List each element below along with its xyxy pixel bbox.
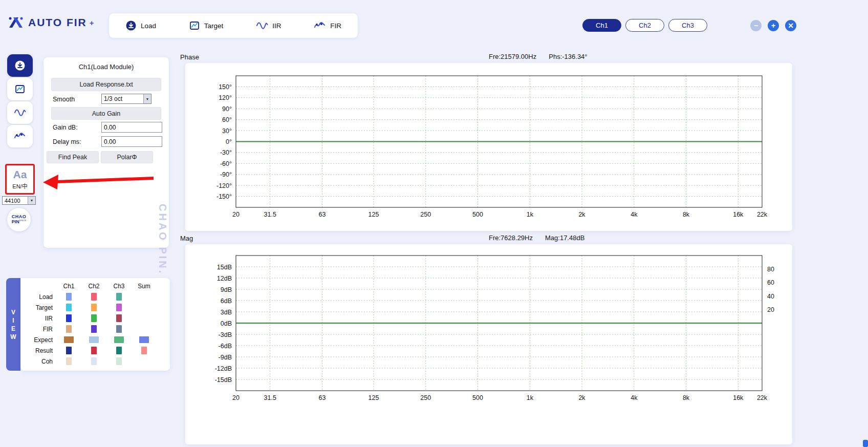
minimize-icon: − — [754, 22, 758, 29]
y-tick-label: 30° — [222, 127, 232, 135]
legend-swatch — [116, 325, 122, 333]
nav-target-button[interactable] — [7, 78, 33, 100]
minimize-button[interactable]: − — [750, 20, 762, 31]
tab-fir-label: FIR — [330, 22, 341, 30]
legend-swatch — [116, 357, 122, 365]
view-letter: V — [11, 309, 15, 316]
tab-load-label: Load — [141, 22, 156, 30]
legend-row-IIR: IIR — [24, 313, 167, 324]
legend-header-row: Ch1Ch2Ch3Sum — [24, 281, 167, 291]
load-response-button[interactable]: Load Response.txt — [51, 78, 161, 91]
add-button[interactable]: + — [768, 20, 779, 31]
tab-iir-label: IIR — [272, 22, 281, 30]
x-tick-label: 63 — [318, 211, 326, 218]
nav-iir-button[interactable] — [7, 101, 33, 124]
phase-readout-freq: Fre:21579.00Hz — [489, 53, 536, 60]
mag-readout-freq: Fre:7628.29Hz — [489, 234, 533, 242]
auto-gain-button[interactable]: Auto Gain — [51, 107, 161, 120]
mag-chart[interactable]: 2031.5631252505001k2k4k8k16k22k15dB12dB9… — [185, 244, 792, 444]
fir-icon — [14, 131, 26, 142]
phase-plot[interactable]: 2031.5631252505001k2k4k8k16k22k150°120°9… — [185, 63, 792, 231]
legend-swatch — [66, 314, 72, 322]
y-tick-label: -120° — [216, 182, 232, 189]
legend-row-Coh: Coh — [24, 356, 167, 367]
nav-load-button[interactable] — [7, 54, 33, 77]
gain-input[interactable] — [101, 122, 162, 133]
tab-target-label: Target — [204, 22, 224, 30]
x-tick-label: 500 — [472, 211, 483, 218]
legend-row-label: Result — [24, 347, 56, 354]
legend-row-label: FIR — [24, 326, 56, 333]
legend-swatch — [116, 347, 122, 354]
legend-swatch — [141, 347, 147, 354]
legend-row-label: IIR — [24, 315, 56, 322]
legend-col-Ch1: Ch1 — [56, 283, 81, 290]
legend-swatch — [66, 325, 72, 333]
gain-label: Gain dB: — [53, 124, 78, 131]
legend-swatch — [64, 336, 74, 343]
logo-mark-icon — [7, 15, 25, 30]
iir-icon — [256, 20, 268, 31]
x-tick-label: 31.5 — [264, 394, 276, 401]
y-tick-label: 90° — [222, 105, 232, 113]
legend-col-Ch2: Ch2 — [81, 283, 106, 290]
badge-line3: SPACE — [19, 219, 26, 222]
view-button[interactable]: VIEW — [6, 278, 20, 371]
target-icon — [189, 20, 200, 31]
legend-swatch — [91, 357, 97, 365]
load-module-panel: Ch1(Load Module) Load Response.txt Smoot… — [44, 57, 169, 248]
add-icon: + — [771, 22, 775, 29]
x-tick-label: 125 — [368, 394, 379, 401]
view-letter: E — [11, 325, 15, 332]
x-tick-label: 125 — [368, 211, 379, 218]
y-tick-label: -90° — [220, 171, 232, 178]
x-tick-label: 1k — [527, 394, 534, 401]
logo-text: AUTO FIR — [28, 16, 87, 29]
logo-plus: + — [90, 18, 94, 27]
y-tick-label: 0° — [226, 138, 232, 145]
chevron-down-icon: ▼ — [143, 94, 151, 103]
corner-accent — [863, 440, 868, 447]
find-peak-button[interactable]: Find Peak — [47, 151, 99, 163]
smooth-label: Smooth — [53, 96, 75, 103]
tab-iir[interactable]: IIR — [256, 20, 281, 31]
legend-swatch — [91, 347, 97, 354]
x-tick-label: 1k — [527, 211, 534, 218]
tab-load[interactable]: Load — [125, 20, 156, 31]
tab-fir[interactable]: FIR — [314, 20, 341, 31]
badge-line2: PIN — [12, 219, 19, 224]
y-tick-label: 0dB — [221, 320, 232, 327]
sample-rate-select[interactable]: 44100 ▼ — [2, 196, 36, 205]
x-tick-label: 22k — [757, 394, 768, 401]
legend-swatch — [116, 304, 122, 311]
window-controls: − + ✕ — [750, 20, 796, 31]
channel-switcher: Ch1 Ch2 Ch3 — [582, 19, 707, 32]
mag-plot[interactable]: 2031.5631252505001k2k4k8k16k22k15dB12dB9… — [185, 244, 792, 444]
x-tick-label: 4k — [631, 211, 638, 218]
language-toggle-small-label: EN/中 — [12, 182, 27, 190]
smooth-select[interactable]: 1/3 oct ▼ — [101, 94, 151, 104]
close-button[interactable]: ✕ — [785, 20, 796, 31]
tab-target[interactable]: Target — [189, 20, 224, 31]
legend-col-Ch3: Ch3 — [106, 283, 132, 290]
y-tick-label: -30° — [220, 149, 232, 156]
view-letter: W — [10, 333, 16, 340]
polar-phase-button[interactable]: PolarΦ — [101, 151, 153, 163]
phase-chart[interactable]: 2031.5631252505001k2k4k8k16k22k150°120°9… — [185, 63, 792, 231]
y-tick-label: 60° — [222, 116, 232, 123]
channel-ch1-button[interactable]: Ch1 — [582, 19, 621, 32]
y2-tick-label: 40 — [767, 293, 774, 300]
x-tick-label: 31.5 — [264, 211, 276, 218]
delay-input[interactable] — [101, 136, 162, 147]
x-tick-label: 16k — [733, 211, 744, 218]
y-tick-label: 3dB — [221, 309, 232, 316]
channel-ch2-button[interactable]: Ch2 — [625, 19, 664, 32]
language-toggle-button[interactable]: Aa EN/中 — [5, 164, 35, 195]
y-tick-label: -6dB — [219, 343, 232, 350]
channel-ch3-button[interactable]: Ch3 — [668, 19, 707, 32]
nav-fir-button[interactable] — [7, 125, 33, 147]
legend-row-Result: Result — [24, 345, 167, 356]
y2-tick-label: 60 — [767, 279, 774, 286]
legend-swatch — [91, 293, 97, 301]
x-tick-label: 2k — [578, 394, 585, 401]
